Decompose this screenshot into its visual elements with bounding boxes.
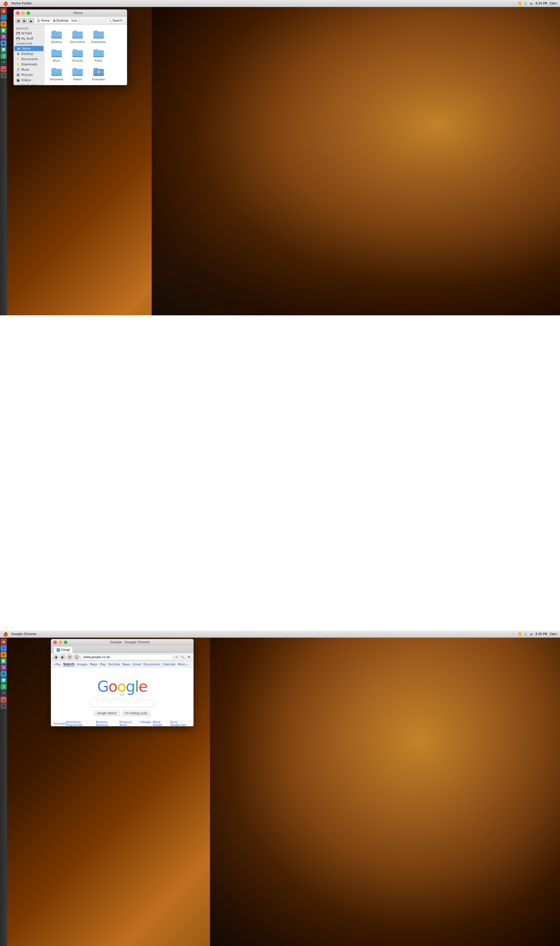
sidebar-item-pictures[interactable]: 🖼 Pictures (14, 72, 44, 77)
bookmark-youtube[interactable]: YouTube (108, 663, 120, 666)
sidebar-item-label: My Stuff (21, 37, 33, 40)
sidebar-item-downloads[interactable]: 📁 Downloads (14, 62, 44, 67)
chrome-toolbar-icons: ☆ 🔧 ✕ (174, 654, 192, 660)
google-logo-container: Google UK (97, 677, 147, 697)
taskbar-2-icon-2[interactable]: G (1, 645, 6, 651)
file-item-videos[interactable]: Videos (68, 65, 88, 82)
back-button[interactable]: ◀ (15, 18, 21, 23)
chrome-close-icon[interactable]: ✕ (186, 654, 192, 660)
chrome-address-bar[interactable]: www.google.co.uk (81, 654, 173, 660)
bookmark-play[interactable]: Play (100, 663, 106, 666)
file-item-templates[interactable]: Templates (47, 65, 66, 82)
footer-link-plusgoogle[interactable]: +Google (139, 721, 151, 727)
apple-menu-icon[interactable]: 🍎 (3, 1, 8, 6)
path-home-icon: 🏠 (37, 19, 40, 22)
taskbar-2-icon-3[interactable]: ⚙ (1, 652, 6, 657)
sidebar-item-w7u64[interactable]: 💾 W7U64 (14, 31, 44, 36)
wrench-icon[interactable]: 🔧 (180, 654, 186, 660)
taskbar-icon-9[interactable]: 🎬 (1, 60, 6, 65)
taskbar-icon-2[interactable]: 🌐 (1, 15, 6, 20)
taskbar-icon-7[interactable]: 📊 (1, 47, 6, 52)
taskbar-icon-3[interactable]: ⚙ (1, 21, 6, 27)
downloads-icon: 📁 (16, 62, 20, 66)
taskbar-icon-5[interactable]: 🎨 (1, 34, 6, 40)
taskbar-2-icon-11[interactable]: ⚫ (1, 703, 6, 709)
close-button[interactable] (16, 11, 20, 15)
bookmark-search[interactable]: Search (63, 662, 75, 666)
sidebar-item-videos[interactable]: 🎬 Videos (14, 77, 44, 83)
minimize-button[interactable] (21, 11, 25, 15)
sidebar: Devices 💾 W7U64 💾 My Stuff Computer 🏠 Ho… (14, 25, 44, 85)
file-name-videos: Videos (73, 78, 82, 81)
taskbar-icon-10[interactable]: 📷 (1, 66, 6, 72)
taskbar-left-2: 🏠 G ⚙ 📝 🎨 W 📊 📗 🎬 📷 ⚫ (0, 638, 7, 946)
up-button[interactable]: ▲ (28, 18, 34, 23)
chrome-reload-btn[interactable]: ↺ (67, 654, 72, 660)
footer-link-about[interactable]: About Google (153, 721, 169, 727)
taskbar-2-icon-4[interactable]: 📝 (1, 658, 6, 664)
chrome-content: Google UK Google Search I'm Feeling Luck… (51, 668, 193, 726)
taskbar-icon-11[interactable]: ⚫ (1, 73, 6, 78)
sidebar-item-desktop[interactable]: 🖥 Desktop (14, 51, 44, 56)
search-label: Search (112, 19, 123, 22)
chrome-close-button[interactable] (53, 640, 57, 644)
taskbar-2-icon-1[interactable]: 🏠 (1, 639, 6, 645)
chrome-back-btn[interactable]: ◀ (53, 654, 58, 660)
google-search-button[interactable]: Google Search (94, 710, 120, 716)
file-item-downloads[interactable]: Downloads (89, 27, 109, 45)
bookmark-gmail[interactable]: Gmail (133, 663, 141, 666)
file-item-desktop[interactable]: Desktop (47, 27, 66, 45)
taskbar-icon-6[interactable]: W (1, 40, 6, 46)
taskbar-2-icon-7[interactable]: 📊 (1, 677, 6, 683)
footer-link-advertising[interactable]: Advertising Programmes (66, 721, 94, 727)
footer-link-privacy[interactable]: Privacy & Terms (119, 721, 138, 727)
sidebar-item-home[interactable]: 🏠 Home (14, 46, 43, 51)
bookmark-calendar[interactable]: Calendar (163, 663, 175, 666)
apple-menu-icon-2[interactable]: 🍎 (3, 632, 8, 636)
bookmark-documents[interactable]: Documents (143, 663, 160, 666)
chrome-home-btn[interactable]: 🏠 (74, 654, 80, 660)
svg-rect-14 (73, 49, 77, 51)
taskbar-2-icon-8[interactable]: 📗 (1, 684, 6, 690)
bookmark-more[interactable]: More » (178, 663, 188, 666)
chrome-tabs-bar: G Googl (51, 645, 193, 653)
search-bar[interactable]: 🔍 Search (106, 18, 125, 23)
taskbar-icon-4[interactable]: 📝 (1, 28, 6, 33)
footer-link-goto[interactable]: Go to Google.com (170, 721, 191, 727)
bookmark-news[interactable]: News (123, 663, 130, 666)
chrome-minimize-button[interactable] (58, 640, 62, 644)
taskbar-icon-1[interactable]: 🏠 (1, 8, 6, 14)
chrome-tab-google[interactable]: G Googl (53, 647, 73, 653)
sidebar-item-music[interactable]: 🎵 Music (14, 67, 44, 72)
bookmark-plus-you[interactable]: +You (53, 663, 61, 666)
chrome-forward-btn[interactable]: ▶ (60, 654, 66, 660)
file-item-examples[interactable]: Examples (89, 65, 109, 82)
taskbar-2-icon-5[interactable]: 🎨 (1, 665, 6, 670)
bookmark-images[interactable]: Images (77, 663, 88, 666)
file-item-pictures[interactable]: Pictures (68, 46, 88, 63)
im-feeling-lucky-button[interactable]: I'm Feeling Lucky (122, 710, 151, 716)
bookmark-star-icon[interactable]: ☆ (174, 654, 179, 660)
footer-link-business[interactable]: Business Solutions (96, 721, 117, 727)
wifi-icon-2: 📶 (518, 633, 522, 636)
path-bar[interactable]: 🏠 Home › 🖥 Desktop › icon (35, 18, 80, 23)
forward-button[interactable]: ▶ (22, 18, 27, 23)
sidebar-item-label-downloads: Downloads (21, 63, 37, 66)
file-item-public[interactable]: Public (89, 46, 109, 63)
sidebar-item-mystuff[interactable]: 💾 My Stuff (14, 36, 44, 41)
file-item-documents[interactable]: Documents (68, 27, 88, 45)
bookmark-maps[interactable]: Maps (90, 663, 97, 666)
sidebar-item-filesystem[interactable]: 💿 File System (14, 83, 44, 85)
taskbar-2-icon-6[interactable]: W (1, 671, 6, 677)
taskbar-icon-8[interactable]: 📗 (1, 53, 6, 59)
file-item-music[interactable]: Music (47, 46, 66, 63)
google-search-input[interactable] (90, 699, 154, 707)
taskbar-2-icon-10[interactable]: 📷 (1, 697, 6, 702)
volume-icon-2: 🔊 (530, 633, 533, 636)
maximize-button[interactable] (26, 11, 30, 15)
sidebar-item-documents[interactable]: 📁 Documents (14, 56, 44, 62)
folder-icon-videos (72, 66, 83, 77)
taskbar-2-icon-9[interactable]: 🎬 (1, 690, 6, 696)
chrome-maximize-button[interactable] (64, 640, 68, 644)
folder-icon-documents (72, 28, 83, 40)
